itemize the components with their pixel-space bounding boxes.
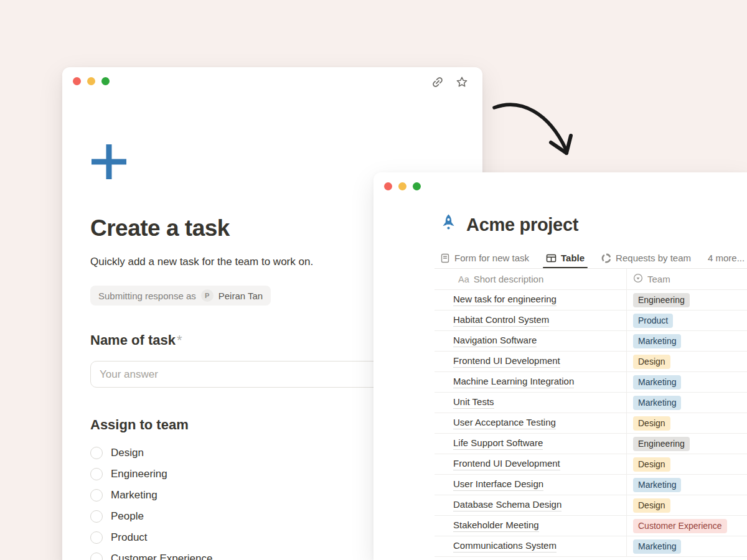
cell-team[interactable]: Engineering — [627, 434, 747, 454]
task-title[interactable]: Unit Tests — [453, 396, 494, 409]
rocket-icon — [440, 214, 457, 236]
team-tag: Customer Experience — [633, 519, 727, 533]
cell-team[interactable]: Marketing — [627, 372, 747, 392]
table-row[interactable]: Navigation SoftwareMarketing — [435, 331, 747, 352]
cell-short-description[interactable]: New task for engineering — [435, 290, 627, 310]
task-title[interactable]: Database Schema Design — [453, 499, 561, 511]
column-short-description[interactable]: Aa Short description — [458, 274, 543, 284]
table-row[interactable]: Habitat Control SystemProduct — [435, 310, 747, 331]
minimize-button[interactable] — [398, 182, 406, 190]
close-button[interactable] — [73, 77, 81, 85]
view-tabs: Form for new taskTableRequests by team4 … — [440, 248, 747, 268]
task-title[interactable]: Habitat Control System — [453, 314, 549, 327]
traffic-lights — [73, 77, 110, 85]
team-tag: Marketing — [633, 375, 681, 390]
task-title[interactable]: Frontend UI Development — [453, 458, 560, 470]
table-row[interactable]: Communications SystemMarketing — [435, 536, 747, 557]
team-tag: Design — [633, 416, 670, 431]
cell-team[interactable]: Marketing — [627, 331, 747, 351]
table-grid-icon — [546, 253, 557, 263]
radio-button[interactable] — [90, 468, 103, 480]
cell-short-description[interactable]: Frontend UI Development — [435, 454, 627, 474]
cell-short-description[interactable]: Database Schema Design — [435, 495, 627, 515]
tab-label: Requests by team — [616, 253, 691, 263]
table-header: Aa Short description Team — [435, 269, 747, 290]
option-label: Marketing — [111, 489, 157, 502]
cell-short-description[interactable]: Frontend UI Development — [435, 352, 627, 371]
team-tag: Marketing — [633, 334, 681, 348]
table-row[interactable]: Frontend UI DevelopmentDesign — [435, 454, 747, 475]
cell-team[interactable]: Customer Experience — [627, 516, 747, 536]
tab-label: Table — [561, 253, 585, 263]
tasks-table: Aa Short description Team New task for e… — [435, 269, 747, 557]
table-row[interactable]: User Acceptance TestingDesign — [435, 413, 747, 434]
team-tag: Design — [633, 355, 670, 369]
curved-arrow-annotation — [487, 95, 580, 164]
favorite-star-icon[interactable] — [455, 75, 469, 89]
cell-short-description[interactable]: Navigation Software — [435, 331, 627, 351]
table-row[interactable]: Unit TestsMarketing — [435, 393, 747, 413]
option-label: People — [111, 510, 144, 523]
cell-team[interactable]: Design — [627, 413, 747, 433]
cell-short-description[interactable]: Machine Learning Integration — [435, 372, 627, 392]
table-row[interactable]: Life Support SoftwareEngineering — [435, 434, 747, 454]
table-row[interactable]: Database Schema DesignDesign — [435, 495, 747, 516]
cell-team[interactable]: Engineering — [627, 290, 747, 310]
radio-button[interactable] — [90, 510, 103, 523]
cell-short-description[interactable]: Stakeholder Meeting — [435, 516, 627, 536]
tab-form-for-new-task[interactable]: Form for new task — [440, 248, 529, 268]
radio-button[interactable] — [90, 553, 103, 560]
minimize-button[interactable] — [87, 77, 95, 85]
task-title[interactable]: Navigation Software — [453, 335, 537, 347]
cell-team[interactable]: Marketing — [627, 393, 747, 413]
close-button[interactable] — [384, 182, 392, 190]
pie-chart-icon — [601, 253, 611, 263]
team-tag: Design — [633, 457, 670, 472]
option-label: Design — [111, 447, 144, 459]
cell-short-description[interactable]: Life Support Software — [435, 434, 627, 454]
radio-button[interactable] — [90, 447, 103, 459]
task-title[interactable]: User Interface Design — [453, 478, 543, 491]
traffic-lights — [384, 182, 421, 190]
task-title[interactable]: User Acceptance Testing — [453, 417, 556, 429]
table-row[interactable]: User Interface DesignMarketing — [435, 475, 747, 495]
cell-team[interactable]: Product — [627, 310, 747, 330]
task-title[interactable]: Machine Learning Integration — [453, 376, 574, 388]
option-label: Product — [111, 531, 148, 544]
table-row[interactable]: Frontend UI DevelopmentDesign — [435, 352, 747, 372]
copy-link-icon[interactable] — [431, 75, 444, 89]
cell-short-description[interactable]: Habitat Control System — [435, 310, 627, 330]
task-title[interactable]: Life Support Software — [453, 437, 543, 450]
tab-label: 4 more... — [708, 253, 745, 263]
table-row[interactable]: Machine Learning IntegrationMarketing — [435, 372, 747, 393]
zoom-button[interactable] — [413, 182, 421, 190]
tab-requests-by-team[interactable]: Requests by team — [601, 248, 691, 268]
cell-short-description[interactable]: Unit Tests — [435, 393, 627, 413]
acme-project-window: Acme project Form for new taskTableReque… — [374, 172, 747, 560]
column-team[interactable]: Team — [633, 273, 670, 285]
cell-team[interactable]: Design — [627, 454, 747, 474]
radio-button[interactable] — [90, 531, 103, 544]
table-row[interactable]: New task for engineeringEngineering — [435, 290, 747, 310]
option-label: Engineering — [111, 468, 167, 480]
task-title[interactable]: Stakeholder Meeting — [453, 520, 539, 532]
radio-button[interactable] — [90, 489, 103, 502]
table-row[interactable]: Stakeholder MeetingCustomer Experience — [435, 516, 747, 536]
task-title[interactable]: New task for engineering — [453, 294, 557, 306]
cell-team[interactable]: Design — [627, 495, 747, 515]
cell-short-description[interactable]: User Interface Design — [435, 475, 627, 495]
tab-4-more[interactable]: 4 more... — [708, 248, 745, 268]
option-label: Customer Experience — [111, 553, 212, 560]
team-tag: Marketing — [633, 396, 681, 410]
cell-short-description[interactable]: User Acceptance Testing — [435, 413, 627, 433]
page-title: Acme project — [466, 215, 578, 235]
zoom-button[interactable] — [101, 77, 110, 85]
cell-team[interactable]: Marketing — [627, 475, 747, 495]
select-property-icon — [633, 273, 643, 285]
cell-team[interactable]: Marketing — [627, 536, 747, 556]
cell-short-description[interactable]: Communications System — [435, 536, 627, 556]
task-title[interactable]: Communications System — [453, 540, 557, 553]
task-title[interactable]: Frontend UI Development — [453, 355, 560, 368]
tab-table[interactable]: Table — [546, 248, 585, 268]
cell-team[interactable]: Design — [627, 352, 747, 371]
